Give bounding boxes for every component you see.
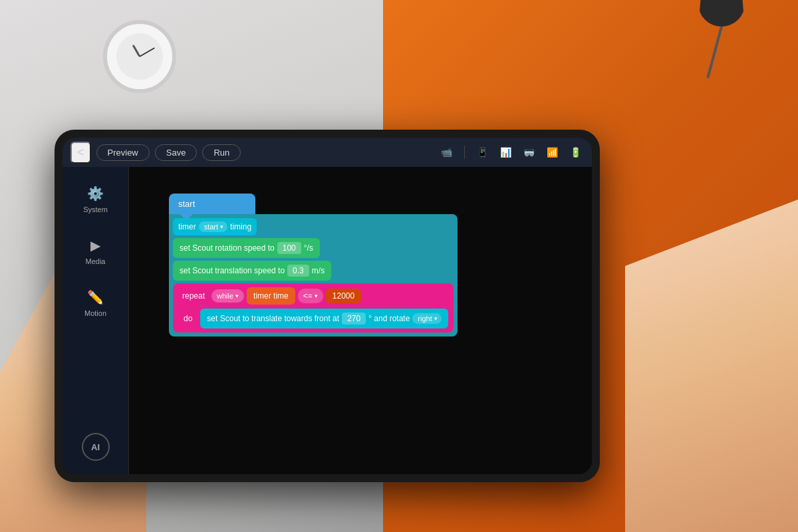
wall-clock (103, 20, 176, 93)
timer-block[interactable]: timer start ▾ timing (173, 218, 257, 235)
block-body: timer start ▾ timing set Sco (169, 214, 458, 336)
system-label: System (83, 205, 108, 213)
tablet-screen: < Preview Save Run 📹 📱 📊 🥽 📶 🔋 ⚙️ Syst (63, 138, 592, 474)
repeat-label: repeat (178, 289, 209, 303)
motion-label: Motion (84, 309, 106, 317)
canvas-area[interactable]: start timer start ▾ timing (129, 167, 592, 474)
translate-block[interactable]: set Scout to translate towards front at … (200, 309, 448, 329)
blocks-container: start timer start ▾ timing (169, 194, 458, 336)
rotation-value[interactable]: 100 (277, 242, 301, 254)
mask-icon[interactable]: 🥽 (521, 146, 537, 159)
device-icon[interactable]: 📱 (474, 146, 491, 159)
rotation-label: set Scout rotation speed to (180, 243, 275, 253)
repeat-row: repeat while ▾ timer time (178, 287, 448, 305)
start-block[interactable]: start (169, 194, 255, 214)
timing-label: timing (230, 222, 251, 231)
system-icon: ⚙️ (87, 186, 104, 201)
tablet: < Preview Save Run 📹 📱 📊 🥽 📶 🔋 ⚙️ Syst (55, 130, 600, 482)
angle-value[interactable]: 270 (342, 313, 366, 325)
rotation-block[interactable]: set Scout rotation speed to 100 °/s (173, 238, 320, 258)
media-icon: ▶ (90, 237, 100, 253)
run-button[interactable]: Run (202, 144, 241, 161)
while-dropdown[interactable]: while ▾ (211, 289, 244, 303)
timer-row: timer start ▾ timing (173, 218, 454, 235)
toolbar-divider (464, 146, 465, 159)
timer-dropdown[interactable]: start ▾ (199, 221, 227, 232)
back-button[interactable]: < (70, 142, 91, 164)
do-label: do (178, 311, 198, 326)
ai-button[interactable]: AI (82, 433, 110, 461)
wifi-icon[interactable]: 📶 (544, 146, 561, 159)
translation-row: set Scout translation speed to 0.3 m/s (173, 261, 454, 281)
sidebar: ⚙️ System ▶ Media ✏️ Motion AI (63, 167, 129, 474)
translation-label: set Scout translation speed to (180, 266, 285, 275)
rotate-dropdown[interactable]: right ▾ (412, 313, 441, 324)
do-row: do set Scout to translate towards front … (178, 309, 448, 329)
rotation-row: set Scout rotation speed to 100 °/s (173, 238, 454, 258)
timer-label: timer (178, 222, 196, 231)
preview-button[interactable]: Preview (96, 144, 150, 161)
translation-value[interactable]: 0.3 (287, 265, 309, 277)
lte-operator[interactable]: <= ▾ (298, 289, 323, 303)
sidebar-item-system[interactable]: ⚙️ System (78, 180, 113, 219)
chart-icon[interactable]: 📊 (497, 146, 514, 159)
timer-time-block[interactable]: timer time (247, 287, 295, 305)
timer-value[interactable]: 12000 (326, 289, 361, 303)
rotation-unit: °/s (304, 243, 313, 253)
translation-block[interactable]: set Scout translation speed to 0.3 m/s (173, 261, 331, 281)
lamp (698, 0, 745, 80)
sidebar-item-media[interactable]: ▶ Media (80, 232, 111, 271)
save-button[interactable]: Save (155, 144, 198, 161)
media-label: Media (86, 257, 106, 265)
translation-unit: m/s (312, 266, 325, 275)
repeat-container: repeat while ▾ timer time (173, 283, 454, 332)
sidebar-item-motion[interactable]: ✏️ Motion (79, 284, 112, 323)
motion-icon: ✏️ (87, 289, 104, 305)
battery-icon[interactable]: 🔋 (567, 146, 584, 159)
video-icon[interactable]: 📹 (438, 146, 455, 159)
toolbar-icons: 📹 📱 📊 🥽 📶 🔋 (438, 146, 584, 159)
content-area: ⚙️ System ▶ Media ✏️ Motion AI start (63, 167, 592, 474)
toolbar: < Preview Save Run 📹 📱 📊 🥽 📶 🔋 (63, 138, 592, 167)
